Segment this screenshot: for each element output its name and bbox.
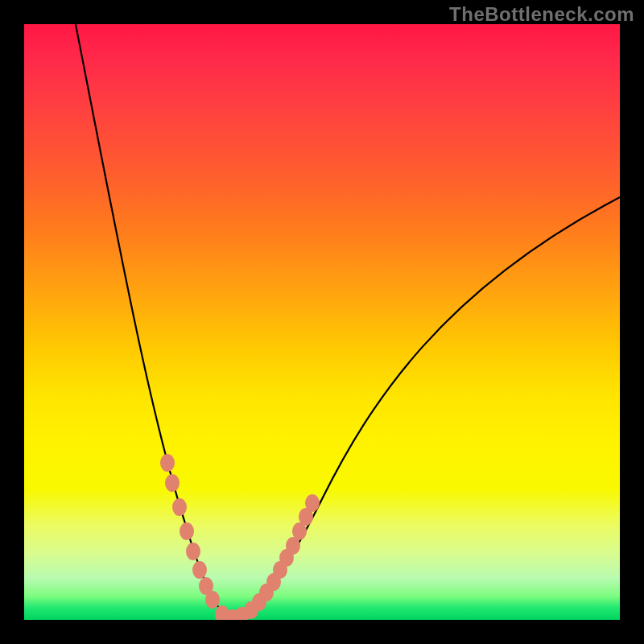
left-branch-curve: [72, 24, 232, 618]
nub-point: [172, 498, 187, 516]
nub-point: [305, 494, 320, 512]
nub-point: [160, 454, 175, 472]
nub-group-right: [225, 494, 320, 620]
nub-point: [205, 591, 220, 609]
curve-overlay: [24, 24, 620, 620]
nub-point: [165, 474, 180, 492]
nub-point: [192, 561, 207, 579]
nub-group-left: [160, 454, 229, 620]
chart-container: TheBottleneck.com: [0, 0, 644, 644]
nub-point: [186, 543, 200, 560]
watermark-label: TheBottleneck.com: [449, 3, 634, 26]
nub-point: [180, 522, 194, 540]
plot-area: [24, 24, 620, 620]
